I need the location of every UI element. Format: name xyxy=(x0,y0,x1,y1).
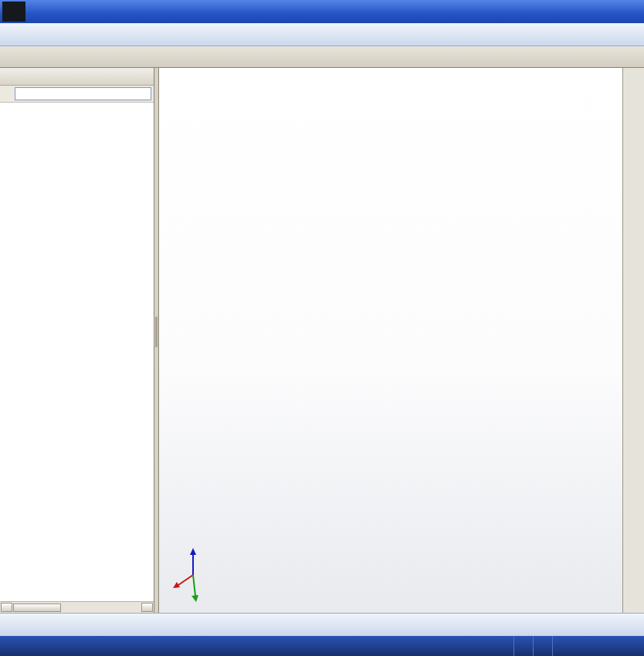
task-pane-toggle-icon[interactable] xyxy=(625,640,639,652)
feature-tree xyxy=(0,103,154,601)
define-state-text xyxy=(514,636,533,656)
graphics-area[interactable] xyxy=(159,68,622,613)
cart-assembly-model[interactable] xyxy=(159,68,622,613)
assembly-toolbar xyxy=(0,23,644,46)
feature-manager-panel xyxy=(0,68,154,613)
tree-filter-row xyxy=(0,86,154,103)
y-axis-arrow xyxy=(192,595,198,602)
right-arrow-icon xyxy=(141,601,154,614)
orientation-triad xyxy=(170,540,224,605)
left-arrow-icon xyxy=(0,601,13,614)
tree-horizontal-scrollbar[interactable] xyxy=(0,601,154,613)
task-pane-strip xyxy=(622,68,644,613)
pane-icon xyxy=(626,640,639,653)
status-bar xyxy=(0,636,644,656)
editing-state-text xyxy=(533,636,552,656)
viewport-header xyxy=(154,46,644,67)
solidworks-window xyxy=(0,0,644,656)
filter-funnel-icon xyxy=(2,89,12,99)
panel-tab-strip xyxy=(0,68,154,86)
scroll-track[interactable] xyxy=(12,603,141,612)
scroll-thumb[interactable] xyxy=(13,604,61,612)
sketch-toolbar xyxy=(0,613,644,636)
z-axis-arrow xyxy=(190,548,196,555)
title-bar xyxy=(0,0,644,23)
solidworks-logo xyxy=(2,2,25,22)
splitter-grip[interactable] xyxy=(155,316,158,347)
main-body xyxy=(0,68,644,613)
statusbar-customize[interactable] xyxy=(552,636,571,656)
tree-filter-input[interactable] xyxy=(15,87,151,100)
scroll-left-button[interactable] xyxy=(1,603,12,612)
commandmanager-tab-row xyxy=(0,46,644,68)
scroll-right-button[interactable] xyxy=(141,603,153,612)
